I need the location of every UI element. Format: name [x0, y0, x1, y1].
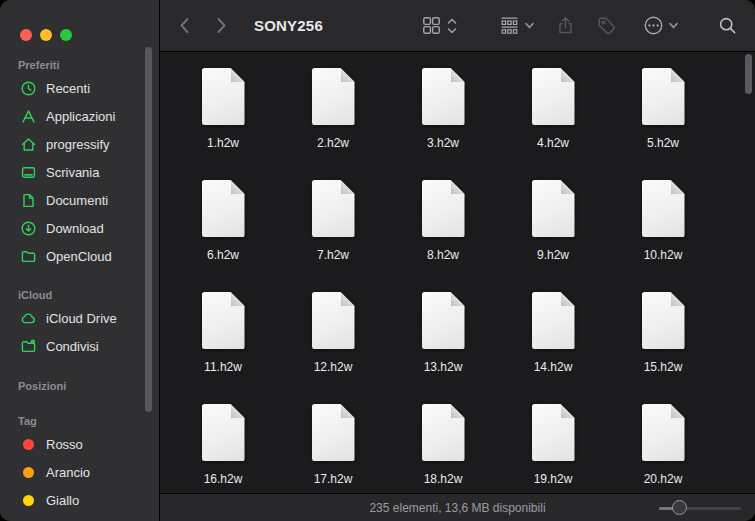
blank-document-icon [422, 404, 465, 461]
file-item[interactable]: 13.h2w [388, 292, 498, 404]
search-icon [718, 16, 737, 35]
sidebar-item-progressify[interactable]: progressify [0, 130, 159, 158]
view-mode-button[interactable] [421, 15, 442, 36]
file-item[interactable]: 20.h2w [608, 404, 718, 493]
sidebar-item-giallo[interactable]: Giallo [0, 486, 159, 514]
file-item[interactable]: 4.h2w [498, 68, 608, 180]
sidebar-item-verde[interactable]: Verde [0, 514, 159, 521]
share-icon [555, 15, 576, 36]
blank-document-icon [202, 292, 245, 349]
file-item[interactable]: 9.h2w [498, 180, 608, 292]
icon-size-slider[interactable] [659, 500, 741, 516]
close-button[interactable] [20, 29, 32, 41]
sidebar-section-posizioni: Posizioni [0, 377, 159, 395]
sidebar-item-scrivania[interactable]: Scrivania [0, 158, 159, 186]
page-fold [451, 404, 465, 418]
sidebar-item-opencloud[interactable]: OpenCloud [0, 242, 159, 270]
page-fold [341, 404, 355, 418]
group-by-button[interactable] [499, 15, 520, 36]
window-controls [0, 0, 159, 50]
page-fold [451, 292, 465, 306]
blank-document-icon [202, 404, 245, 461]
page-fold [451, 180, 465, 194]
page-fold [671, 292, 685, 306]
zoom-button[interactable] [60, 29, 72, 41]
sidebar-item-applicazioni[interactable]: Applicazioni [0, 102, 159, 130]
file-name: 8.h2w [427, 248, 459, 262]
content-scrollbar[interactable] [745, 54, 752, 94]
home-icon [20, 136, 37, 153]
slider-thumb[interactable] [672, 500, 687, 515]
file-name: 19.h2w [534, 472, 573, 486]
sidebar-item-arancio[interactable]: Arancio [0, 458, 159, 486]
file-item[interactable]: 16.h2w [168, 404, 278, 493]
page-fold [231, 404, 245, 418]
sidebar-item-label: Scrivania [46, 165, 99, 180]
sidebar-item-condivisi[interactable]: Condivisi [0, 332, 159, 360]
blank-document-icon [532, 180, 575, 237]
file-name: 15.h2w [644, 360, 683, 374]
search-button[interactable] [718, 16, 737, 35]
applications-icon [20, 108, 37, 125]
file-name: 1.h2w [207, 136, 239, 150]
page-fold [671, 404, 685, 418]
view-stepper-icon[interactable] [447, 17, 457, 35]
chevron-down-icon [668, 20, 679, 31]
sidebar-section-tag: Tag [0, 412, 159, 430]
sidebar-item-documenti[interactable]: Documenti [0, 186, 159, 214]
file-item[interactable]: 12.h2w [278, 292, 388, 404]
sidebar-item-label: OpenCloud [46, 249, 112, 264]
minimize-button[interactable] [40, 29, 52, 41]
file-item[interactable]: 17.h2w [278, 404, 388, 493]
blank-document-icon [532, 404, 575, 461]
file-item[interactable]: 7.h2w [278, 180, 388, 292]
file-item[interactable]: 5.h2w [608, 68, 718, 180]
window-title: SONY256 [254, 17, 323, 34]
file-name: 14.h2w [534, 360, 573, 374]
more-options-icon [643, 15, 664, 36]
page-fold [231, 180, 245, 194]
chevron-down-icon [524, 20, 535, 31]
file-name: 11.h2w [204, 360, 242, 374]
folder-icon [20, 248, 37, 265]
clock-icon [20, 80, 37, 97]
file-name: 10.h2w [644, 248, 683, 262]
blank-document-icon [202, 180, 245, 237]
sidebar: PreferitiRecentiApplicazioniprogressifyS… [0, 0, 160, 521]
chevron-left-icon [178, 17, 191, 34]
sidebar-item-rosso[interactable]: Rosso [0, 430, 159, 458]
file-item[interactable]: 6.h2w [168, 180, 278, 292]
file-item[interactable]: 2.h2w [278, 68, 388, 180]
blank-document-icon [422, 180, 465, 237]
sidebar-item-recenti[interactable]: Recenti [0, 74, 159, 102]
sidebar-item-icloud-drive[interactable]: iCloud Drive [0, 304, 159, 332]
file-item[interactable]: 3.h2w [388, 68, 498, 180]
file-item[interactable]: 1.h2w [168, 68, 278, 180]
back-button[interactable] [178, 17, 191, 34]
sidebar-item-label: progressify [46, 137, 110, 152]
blank-document-icon [312, 404, 355, 461]
file-item[interactable]: 11.h2w [168, 292, 278, 404]
file-item[interactable]: 18.h2w [388, 404, 498, 493]
file-name: 5.h2w [647, 136, 679, 150]
file-grid: 1.h2w 2.h2w 3.h2w 4.h2w 5.h2w [160, 52, 755, 493]
file-item[interactable]: 14.h2w [498, 292, 608, 404]
file-name: 9.h2w [537, 248, 569, 262]
file-item[interactable]: 15.h2w [608, 292, 718, 404]
sidebar-item-label: Applicazioni [46, 109, 115, 124]
tag-color-dot [23, 467, 34, 478]
sidebar-scrollbar[interactable] [145, 47, 152, 412]
file-item[interactable]: 10.h2w [608, 180, 718, 292]
sidebar-item-label: Download [46, 221, 104, 236]
blank-document-icon [642, 68, 685, 125]
file-item[interactable]: 19.h2w [498, 404, 608, 493]
more-options-button[interactable] [643, 15, 664, 36]
sidebar-item-download[interactable]: Download [0, 214, 159, 242]
file-item[interactable]: 8.h2w [388, 180, 498, 292]
tag-icon [596, 15, 617, 36]
file-name: 13.h2w [424, 360, 463, 374]
blank-document-icon [312, 68, 355, 125]
forward-button[interactable] [215, 17, 228, 34]
share-button [555, 15, 576, 36]
page-fold [341, 180, 355, 194]
